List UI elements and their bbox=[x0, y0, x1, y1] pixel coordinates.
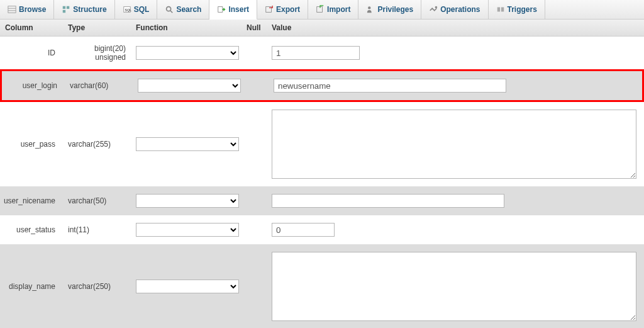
svg-rect-4 bbox=[67, 6, 69, 9]
svg-rect-17 bbox=[497, 8, 499, 12]
tabs-bar: Browse Structure SQL SQL Search Insert E… bbox=[0, 0, 644, 20]
tab-insert[interactable]: Insert bbox=[209, 0, 257, 20]
null-cell bbox=[246, 82, 269, 89]
triggers-icon bbox=[496, 5, 505, 14]
function-select[interactable] bbox=[136, 280, 239, 293]
table-row: IDbigint(20) unsigned bbox=[0, 37, 644, 69]
value-cell bbox=[267, 42, 644, 64]
operations-icon bbox=[429, 5, 438, 14]
tab-label: Triggers bbox=[508, 5, 537, 14]
function-cell bbox=[133, 75, 246, 96]
column-name: user_login bbox=[2, 77, 65, 94]
column-name: ID bbox=[0, 45, 63, 61]
privileges-icon bbox=[366, 5, 375, 14]
tab-label: Operations bbox=[440, 5, 480, 14]
column-type: varchar(50) bbox=[63, 193, 131, 209]
column-type: varchar(255) bbox=[63, 136, 131, 152]
tab-search[interactable]: Search bbox=[157, 0, 209, 19]
header-value: Value bbox=[267, 20, 644, 36]
svg-text:SQL: SQL bbox=[125, 8, 131, 12]
null-cell bbox=[244, 283, 267, 290]
value-textarea[interactable] bbox=[272, 252, 636, 321]
value-cell bbox=[267, 248, 644, 325]
value-cell bbox=[267, 106, 644, 183]
value-textarea[interactable] bbox=[272, 110, 636, 179]
structure-icon bbox=[62, 5, 70, 14]
search-icon bbox=[165, 5, 174, 14]
table-row: user_nicenamevarchar(50) bbox=[0, 186, 644, 215]
export-icon bbox=[265, 5, 274, 14]
insert-rows: IDbigint(20) unsigneduser_loginvarchar(6… bbox=[0, 37, 644, 328]
function-cell bbox=[131, 42, 244, 64]
column-name: user_pass bbox=[0, 136, 63, 152]
table-row: display_namevarchar(250) bbox=[0, 244, 644, 328]
header-null: Null bbox=[244, 20, 267, 36]
insert-icon bbox=[217, 5, 226, 14]
import-icon bbox=[316, 5, 325, 14]
svg-rect-10 bbox=[218, 7, 223, 13]
header-function: Function bbox=[131, 20, 244, 36]
function-select[interactable] bbox=[138, 79, 241, 93]
table-header: Column Type Function Null Value bbox=[0, 20, 644, 37]
table-row: user_statusint(11) bbox=[0, 215, 644, 244]
column-type: varchar(250) bbox=[63, 278, 131, 295]
null-cell bbox=[244, 140, 267, 148]
value-input[interactable] bbox=[272, 194, 504, 208]
function-select[interactable] bbox=[136, 137, 239, 151]
svg-rect-14 bbox=[317, 7, 323, 13]
column-name: user_nicename bbox=[0, 193, 63, 209]
svg-rect-0 bbox=[8, 6, 16, 13]
tab-label: Export bbox=[276, 5, 300, 14]
function-cell bbox=[131, 219, 244, 240]
value-cell bbox=[267, 190, 644, 212]
tab-import[interactable]: Import bbox=[308, 0, 358, 19]
tab-sql[interactable]: SQL SQL bbox=[115, 0, 158, 19]
header-type: Type bbox=[63, 20, 131, 36]
tab-operations[interactable]: Operations bbox=[421, 0, 488, 19]
svg-point-15 bbox=[369, 6, 371, 9]
function-cell bbox=[131, 190, 244, 212]
tab-label: Privileges bbox=[377, 5, 413, 14]
value-input[interactable] bbox=[272, 46, 360, 60]
value-cell bbox=[267, 219, 644, 240]
value-input[interactable] bbox=[272, 223, 335, 237]
tab-label: Browse bbox=[19, 5, 46, 14]
column-name: display_name bbox=[0, 278, 63, 295]
tab-export[interactable]: Export bbox=[257, 0, 308, 19]
svg-point-16 bbox=[435, 6, 438, 9]
tab-label: Import bbox=[327, 5, 350, 14]
svg-line-9 bbox=[170, 11, 173, 13]
tab-label: SQL bbox=[134, 5, 150, 14]
column-type: varchar(60) bbox=[65, 77, 133, 94]
value-input[interactable] bbox=[274, 79, 506, 93]
tab-browse[interactable]: Browse bbox=[0, 0, 54, 19]
function-select[interactable] bbox=[136, 46, 239, 60]
column-name: user_status bbox=[0, 222, 63, 238]
column-type: int(11) bbox=[63, 222, 131, 238]
header-column: Column bbox=[0, 20, 63, 36]
tab-structure[interactable]: Structure bbox=[54, 0, 114, 19]
function-cell bbox=[131, 133, 244, 155]
browse-icon bbox=[8, 5, 16, 14]
function-select[interactable] bbox=[136, 223, 239, 237]
tab-label: Search bbox=[176, 5, 201, 14]
null-cell bbox=[244, 49, 267, 57]
sql-icon: SQL bbox=[123, 5, 131, 14]
tab-label: Insert bbox=[228, 5, 249, 14]
table-row: user_passvarchar(255) bbox=[0, 102, 644, 186]
function-cell bbox=[131, 276, 244, 297]
table-row: user_loginvarchar(60) bbox=[0, 69, 644, 102]
svg-rect-3 bbox=[63, 6, 65, 9]
null-cell bbox=[244, 226, 267, 234]
value-cell bbox=[269, 75, 642, 96]
function-select[interactable] bbox=[136, 194, 239, 208]
null-cell bbox=[244, 197, 267, 205]
tab-triggers[interactable]: Triggers bbox=[489, 0, 545, 19]
svg-rect-18 bbox=[501, 8, 503, 12]
tab-privileges[interactable]: Privileges bbox=[358, 0, 421, 19]
column-type: bigint(20) unsigned bbox=[63, 40, 131, 65]
svg-rect-5 bbox=[63, 10, 65, 13]
tab-label: Structure bbox=[73, 5, 106, 14]
svg-point-8 bbox=[167, 7, 171, 11]
